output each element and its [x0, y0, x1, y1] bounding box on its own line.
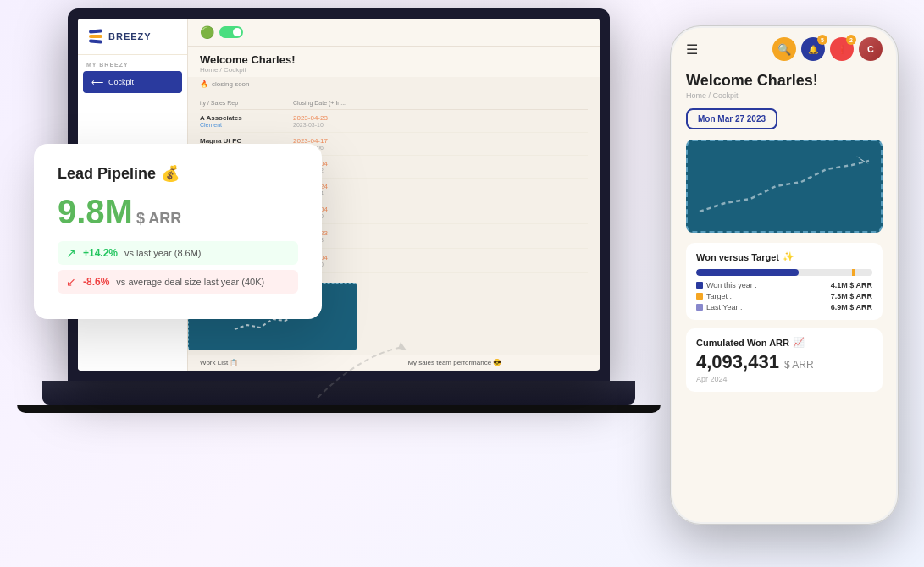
- arr-value: 9.8M: [58, 193, 133, 231]
- sidebar-item-label: Cockpit: [108, 78, 134, 86]
- toggle-switch[interactable]: [219, 26, 243, 38]
- phone-date-button[interactable]: Mon Mar 27 2023: [686, 108, 777, 129]
- popup-title-text: Lead Pipeline: [58, 165, 156, 183]
- svg-marker-4: [398, 342, 407, 350]
- phone-search-button[interactable]: 🔍: [772, 37, 796, 61]
- work-list-label: Work List 📋: [200, 359, 238, 366]
- won-title: Won versus Target ✨: [696, 251, 872, 262]
- svg-rect-1: [89, 29, 102, 33]
- phone-inner: ☰ 🔍 🔔 5 ❗ 2 C Welcome Charles!: [672, 28, 896, 522]
- legend-item-target: Target : 7.3M $ ARR: [696, 292, 872, 300]
- sidebar-logo: BREEZY: [78, 19, 187, 55]
- popup-title: Lead Pipeline 💰: [58, 164, 298, 183]
- welcome-title: Welcome Charles!: [200, 53, 588, 66]
- progress-bar-container: [696, 269, 872, 276]
- closing-soon-label: 🔥closing soon: [188, 77, 600, 91]
- won-target-section: Won versus Target ✨ Won this year :: [686, 243, 883, 320]
- phone-device: ☰ 🔍 🔔 5 ❗ 2 C Welcome Charles!: [670, 25, 899, 533]
- breezy-logo-icon: [86, 27, 105, 46]
- app-header: 🟢: [188, 19, 600, 47]
- popup-stat-positive: ↗ +14.2% vs last year (8.6M): [58, 241, 298, 265]
- company-cell: A Associates Clement: [200, 114, 285, 128]
- cumulated-emoji: 📈: [793, 337, 805, 348]
- phone-notif-button[interactable]: 🔔 5: [801, 37, 825, 61]
- svg-rect-2: [89, 39, 102, 43]
- legend-dot-won: [696, 282, 703, 289]
- alert-badge: 2: [846, 35, 856, 45]
- won-title-emoji: ✨: [783, 251, 794, 262]
- legend-value-lastyear: 6.9M $ ARR: [831, 303, 872, 311]
- phone-welcome: Welcome Charles!: [686, 72, 883, 90]
- phone-alert-button[interactable]: ❗ 2: [830, 37, 854, 61]
- stat-desc-pos: vs last year (8.6M): [124, 248, 201, 258]
- table-row[interactable]: A Associates Clement 2023-04-23 2023-03-…: [200, 110, 588, 133]
- sidebar-item-cockpit[interactable]: ⟵ Cockpit: [83, 71, 182, 93]
- legend-label-lastyear: Last Year :: [696, 303, 743, 311]
- cumulated-title-text: Cumulated Won ARR: [696, 338, 789, 348]
- svg-rect-0: [89, 35, 102, 38]
- won-legend: Won this year : 4.1M $ ARR Target : 7.3M…: [696, 281, 872, 311]
- cockpit-icon: ⟵: [91, 76, 103, 88]
- phone-chart-box: [686, 140, 883, 233]
- phone-chart-svg: [691, 144, 877, 228]
- target-marker: [852, 269, 855, 276]
- legend-item-lastyear: Last Year : 6.9M $ ARR: [696, 303, 872, 311]
- phone-breadcrumb: Home / Cockpit: [686, 91, 883, 100]
- cumulated-number: 4,093,431: [696, 351, 779, 372]
- won-title-text: Won versus Target: [696, 252, 779, 262]
- dashed-arrow-decoration: [309, 339, 411, 410]
- col-company: ity / Sales Rep: [200, 100, 285, 106]
- progress-bar-won: [696, 269, 799, 276]
- legend-dot-target: [696, 293, 703, 300]
- phone-avatar: C: [859, 37, 883, 61]
- cumulated-value: 4,093,431 $ ARR: [696, 351, 872, 373]
- popup-card: Lead Pipeline 💰 9.8M $ ARR ↗ +14.2% vs l…: [34, 144, 322, 319]
- col-date: Closing Date (+ In...: [293, 100, 361, 106]
- popup-arr: 9.8M $ ARR: [58, 193, 298, 231]
- phone-content: Welcome Charles! Home / Cockpit Mon Mar …: [672, 62, 896, 522]
- arrow-up-icon: ↗: [66, 246, 76, 260]
- sidebar-nav-label: MY BREEZY: [78, 55, 187, 71]
- stat-badge-neg: -8.6%: [83, 276, 109, 288]
- phone-outer: ☰ 🔍 🔔 5 ❗ 2 C Welcome Charles!: [670, 25, 899, 525]
- sales-team-label: My sales team performance 😎: [407, 359, 501, 366]
- header-icon: 🟢: [200, 25, 214, 39]
- legend-dot-lastyear: [696, 304, 703, 311]
- date-main: 2023-04-23: [293, 114, 352, 122]
- stat-desc-neg: vs average deal size last year (40K): [116, 277, 264, 287]
- company-name: A Associates: [200, 114, 285, 122]
- breadcrumb: Home / Cockpit: [200, 66, 588, 74]
- notif-badge: 5: [817, 35, 827, 45]
- header-toggle: 🟢: [200, 25, 243, 39]
- legend-value-target: 7.3M $ ARR: [831, 292, 872, 300]
- date-cell: 2023-04-23 2023-03-10: [293, 114, 352, 128]
- welcome-bar: Welcome Charles! Home / Cockpit: [188, 47, 600, 77]
- rep-name: Clement: [200, 122, 285, 128]
- phone-status-bar: ☰ 🔍 🔔 5 ❗ 2 C: [672, 28, 896, 62]
- legend-item-won: Won this year : 4.1M $ ARR: [696, 281, 872, 289]
- popup-emoji: 💰: [161, 164, 180, 183]
- arrow-down-icon: ↙: [66, 275, 76, 289]
- cumulated-period: Apr 2024: [696, 375, 872, 383]
- hamburger-icon[interactable]: ☰: [686, 41, 698, 58]
- stat-badge-pos: +14.2%: [83, 247, 118, 259]
- cumulated-section: Cumulated Won ARR 📈 4,093,431 $ ARR Apr …: [686, 328, 883, 392]
- popup-stat-negative: ↙ -8.6% vs average deal size last year (…: [58, 270, 298, 294]
- date-sub: 2023-03-10: [293, 122, 352, 128]
- cumulated-title: Cumulated Won ARR 📈: [696, 337, 872, 348]
- legend-label-won: Won this year :: [696, 281, 757, 289]
- table-header-row: ity / Sales Rep Closing Date (+ In...: [200, 96, 588, 110]
- legend-value-won: 4.1M $ ARR: [831, 281, 872, 289]
- arr-label: $ ARR: [136, 210, 181, 228]
- phone-icons-right: 🔍 🔔 5 ❗ 2 C: [772, 37, 883, 61]
- logo-text: BREEZY: [108, 31, 152, 41]
- cumulated-unit: $ ARR: [784, 359, 814, 371]
- legend-label-target: Target :: [696, 292, 732, 300]
